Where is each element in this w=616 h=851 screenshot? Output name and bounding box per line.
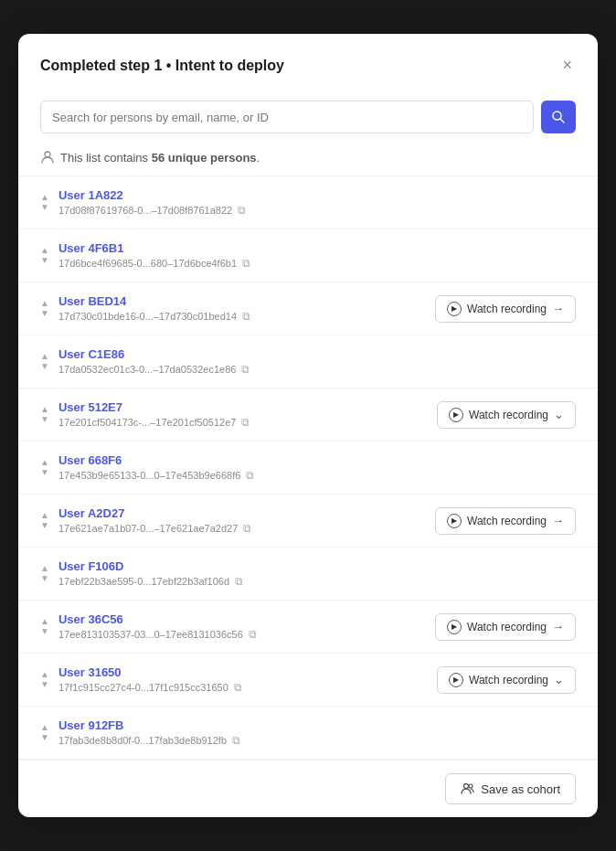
- user-id-text: 17f1c915cc27c4-0...17f1c915cc31650: [58, 682, 228, 693]
- user-name[interactable]: User 4F6B1: [58, 241, 576, 255]
- user-name[interactable]: User 912FB: [58, 718, 576, 732]
- user-id: 17e201cf504173c-...–17e201cf50512e7⧉: [58, 416, 437, 429]
- watch-recording-label: Watch recording: [467, 621, 547, 633]
- expand-chevrons[interactable]: ▲▼: [40, 564, 49, 583]
- user-id-text: 17fab3de8b8d0f-0...17fab3de8b912fb: [58, 735, 227, 746]
- user-list: ▲▼User 1A82217d08f87619768-0...–17d08f87…: [18, 176, 598, 760]
- chevron-down[interactable]: ▼: [40, 521, 49, 530]
- expand-chevrons[interactable]: ▲▼: [40, 193, 49, 212]
- chevron-down[interactable]: ▼: [40, 203, 49, 212]
- chevron-up[interactable]: ▲: [40, 511, 49, 520]
- user-id: 17d08f87619768-0...–17d08f8761a822⧉: [58, 204, 576, 217]
- chevron-up[interactable]: ▲: [40, 299, 49, 308]
- list-item: ▲▼User C1E8617da0532ec01c3-0...–17da0532…: [18, 335, 598, 388]
- copy-id-button[interactable]: ⧉: [230, 734, 242, 747]
- chevron-up[interactable]: ▲: [40, 458, 49, 467]
- save-cohort-button[interactable]: Save as cohort: [445, 773, 576, 804]
- user-info: User 668F617e453b9e65133-0...0–17e453b9e…: [58, 453, 576, 482]
- watch-recording-label: Watch recording: [469, 674, 548, 686]
- play-icon: ▶: [447, 514, 462, 528]
- user-info: User F106D17ebf22b3ae595-0...17ebf22b3af…: [58, 559, 576, 588]
- chevron-up[interactable]: ▲: [40, 723, 49, 732]
- expand-chevrons[interactable]: ▲▼: [40, 299, 49, 318]
- user-id: 17ee813103537-03...0–17ee8131036c56⧉: [58, 628, 435, 641]
- chevron-down[interactable]: ▼: [40, 256, 49, 265]
- list-item: ▲▼User 1A82217d08f87619768-0...–17d08f87…: [18, 176, 598, 229]
- chevron-down[interactable]: ▼: [40, 680, 49, 689]
- copy-id-button[interactable]: ⧉: [240, 310, 252, 323]
- watch-recording-button[interactable]: ▶ Watch recording ⌄: [437, 666, 576, 694]
- watch-recording-label: Watch recording: [467, 303, 547, 315]
- user-id: 17ebf22b3ae595-0...17ebf22b3af106d⧉: [58, 575, 576, 588]
- chevron-down[interactable]: ▼: [40, 362, 49, 371]
- search-input[interactable]: [40, 101, 534, 133]
- user-info: User 1A82217d08f87619768-0...–17d08f8761…: [58, 188, 576, 217]
- copy-id-button[interactable]: ⧉: [241, 522, 253, 535]
- user-name[interactable]: User F106D: [58, 559, 576, 573]
- user-id-text: 17da0532ec01c3-0...–17da0532ec1e86: [58, 364, 237, 375]
- user-info: User 3165017f1c915cc27c4-0...17f1c915cc3…: [58, 665, 437, 694]
- expand-chevrons[interactable]: ▲▼: [40, 723, 49, 742]
- user-info: User 36C5617ee813103537-03...0–17ee81310…: [58, 612, 435, 641]
- search-button[interactable]: [541, 101, 576, 133]
- chevron-up[interactable]: ▲: [40, 352, 49, 361]
- user-name[interactable]: User BED14: [58, 294, 435, 308]
- chevron-up[interactable]: ▲: [40, 670, 49, 679]
- user-info: User 4F6B117d6bce4f69685-0...680–17d6bce…: [58, 241, 576, 270]
- chevron-down[interactable]: ▼: [40, 733, 49, 742]
- user-info: User 912FB17fab3de8b8d0f-0...17fab3de8b9…: [58, 718, 576, 747]
- arrow-icon: →: [552, 620, 564, 633]
- user-name[interactable]: User 36C56: [58, 612, 435, 626]
- chevron-down[interactable]: ▼: [40, 415, 49, 424]
- copy-id-button[interactable]: ⧉: [233, 575, 245, 588]
- user-info: User BED1417d730c01bde16-0...–17d730c01b…: [58, 294, 435, 323]
- chevron-down[interactable]: ▼: [40, 627, 49, 636]
- copy-id-button[interactable]: ⧉: [239, 416, 251, 429]
- user-id: 17da0532ec01c3-0...–17da0532ec1e86⧉: [58, 363, 576, 376]
- user-name[interactable]: User 31650: [58, 665, 437, 679]
- copy-id-button[interactable]: ⧉: [240, 257, 252, 270]
- watch-recording-button[interactable]: ▶ Watch recording →: [435, 507, 576, 535]
- play-icon: ▶: [447, 620, 462, 634]
- chevron-down[interactable]: ▼: [40, 574, 49, 583]
- close-button[interactable]: ×: [558, 52, 576, 79]
- svg-point-2: [45, 152, 50, 157]
- watch-recording-button[interactable]: ▶ Watch recording →: [435, 295, 576, 323]
- person-icon: [40, 150, 55, 165]
- arrow-icon: ⌄: [554, 673, 564, 686]
- list-item: ▲▼User 912FB17fab3de8b8d0f-0...17fab3de8…: [18, 707, 598, 760]
- chevron-up[interactable]: ▲: [40, 617, 49, 626]
- list-item: ▲▼User A2D2717e621ae7a1b07-0...–17e621ae…: [18, 495, 598, 548]
- list-item: ▲▼User 3165017f1c915cc27c4-0...17f1c915c…: [18, 654, 598, 707]
- chevron-up[interactable]: ▲: [40, 193, 49, 202]
- expand-chevrons[interactable]: ▲▼: [40, 246, 49, 265]
- user-name[interactable]: User 668F6: [58, 453, 576, 467]
- copy-id-button[interactable]: ⧉: [239, 363, 251, 376]
- copy-id-button[interactable]: ⧉: [244, 469, 256, 482]
- chevron-up[interactable]: ▲: [40, 564, 49, 573]
- expand-chevrons[interactable]: ▲▼: [40, 405, 49, 424]
- play-icon: ▶: [447, 302, 462, 316]
- copy-id-button[interactable]: ⧉: [247, 628, 259, 641]
- chevron-down[interactable]: ▼: [40, 309, 49, 318]
- expand-chevrons[interactable]: ▲▼: [40, 670, 49, 689]
- chevron-up[interactable]: ▲: [40, 405, 49, 414]
- user-name[interactable]: User 512E7: [58, 400, 437, 414]
- chevron-up[interactable]: ▲: [40, 246, 49, 255]
- expand-chevrons[interactable]: ▲▼: [40, 617, 49, 636]
- user-name[interactable]: User 1A822: [58, 188, 576, 202]
- expand-chevrons[interactable]: ▲▼: [40, 458, 49, 477]
- expand-chevrons[interactable]: ▲▼: [40, 511, 49, 530]
- user-id-text: 17ee813103537-03...0–17ee8131036c56: [58, 629, 243, 640]
- user-name[interactable]: User A2D27: [58, 506, 435, 520]
- watch-recording-button[interactable]: ▶ Watch recording →: [435, 613, 576, 641]
- copy-id-button[interactable]: ⧉: [232, 681, 244, 694]
- user-name[interactable]: User C1E86: [58, 347, 576, 361]
- expand-chevrons[interactable]: ▲▼: [40, 352, 49, 371]
- chevron-down[interactable]: ▼: [40, 468, 49, 477]
- copy-id-button[interactable]: ⧉: [236, 204, 248, 217]
- user-id-text: 17e621ae7a1b07-0...–17e621ae7a2d27: [58, 523, 238, 534]
- watch-recording-button[interactable]: ▶ Watch recording ⌄: [437, 401, 576, 429]
- cohort-icon: [461, 782, 475, 796]
- arrow-icon: →: [552, 514, 564, 527]
